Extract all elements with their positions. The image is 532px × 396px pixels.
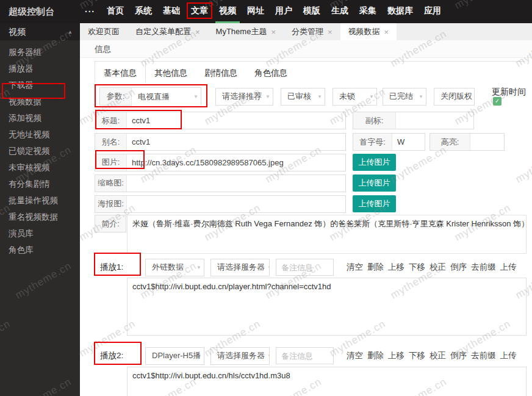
sidebar-item-actors[interactable]: 演员库 <box>0 225 80 242</box>
nav-item-home[interactable]: 首页 <box>103 0 128 23</box>
nav-item-generate[interactable]: 生成 <box>328 0 352 23</box>
nav-item-basic[interactable]: 基础 <box>159 0 184 23</box>
close-tab-icon[interactable]: × <box>271 28 276 36</box>
action-delete[interactable]: 删除 <box>367 350 384 361</box>
subtitle-field[interactable] <box>396 112 473 129</box>
sidebar-item-roles[interactable]: 角色库 <box>0 242 80 258</box>
upload-image-button[interactable]: 上传图片 <box>353 154 396 171</box>
poster-field[interactable] <box>127 196 345 212</box>
chevron-down-icon: ▼ <box>416 94 423 99</box>
sidebar-item-add-video[interactable]: 添加视频 <box>0 110 80 126</box>
category-select[interactable]: 电视直播 ▼ <box>132 88 201 106</box>
play1-server-select[interactable]: 请选择服务器 ▼ <box>210 259 270 276</box>
window-tab-category[interactable]: 分类管理 × <box>284 23 340 40</box>
close-tab-icon[interactable]: × <box>328 28 332 36</box>
close-tab-icon[interactable]: × <box>195 28 200 36</box>
form-content: 基本信息 其他信息 剧情信息 角色信息 参数: 电视直播 ▼ 请选择推荐 ▼ 已… <box>80 58 532 396</box>
close-tab-icon[interactable]: × <box>384 28 389 36</box>
nav-item-database[interactable]: 数据库 <box>384 0 417 23</box>
thumb-label: 缩略图: <box>95 175 127 192</box>
upload-thumb-button[interactable]: 上传图片 <box>353 175 396 192</box>
nav-item-user[interactable]: 用户 <box>271 0 296 23</box>
sidebar-item-player[interactable]: 播放器 <box>0 60 80 77</box>
chevron-down-icon: ▼ <box>201 353 204 359</box>
play2-textarea[interactable]: cctv1$http://ivi.bupt.edu.cn/hls/cctv1hd… <box>127 367 527 396</box>
sidebar-item-no-address[interactable]: 无地址视频 <box>0 126 80 143</box>
chevron-down-icon: ▼ <box>194 265 201 270</box>
play2-note-input[interactable] <box>276 347 334 364</box>
action-clear[interactable]: 清空 <box>347 350 363 361</box>
recommend-select[interactable]: 请选择推荐 ▼ <box>215 88 273 106</box>
lock-select[interactable]: 未锁 ▼ <box>332 88 377 106</box>
sidebar-item-batch[interactable]: 批量操作视频 <box>0 192 80 209</box>
tab-other-info[interactable]: 其他信息 <box>146 62 196 82</box>
action-delete[interactable]: 删除 <box>367 262 384 273</box>
upload-poster-button[interactable]: 上传图片 <box>353 195 396 212</box>
form-tabbar: 基本信息 其他信息 剧情信息 角色信息 <box>95 61 525 82</box>
sidebar-group-video[interactable]: 视频 ▲ <box>0 23 80 40</box>
window-tab-menu-config[interactable]: 自定义菜单配置 × <box>128 23 208 40</box>
play2-server-select[interactable]: 请选择服务器 ▼ <box>210 347 270 365</box>
sidebar-item-unaudited[interactable]: 未审核视频 <box>0 159 80 176</box>
action-move-up[interactable]: 上移 <box>388 262 404 273</box>
play1-source-select[interactable]: 外链数据 ▼ <box>145 259 204 276</box>
caret-up-icon: ▲ <box>68 24 73 41</box>
title-field-group: 标题: <box>95 112 346 129</box>
tab-basic-info[interactable]: 基本信息 <box>95 62 146 82</box>
nav-item-template[interactable]: 模版 <box>300 0 324 23</box>
window-tab-mytheme[interactable]: MyTheme主题 × <box>208 23 284 40</box>
image-field[interactable] <box>127 154 345 171</box>
action-reverse[interactable]: 倒序 <box>450 350 467 361</box>
nav-item-website[interactable]: 网址 <box>243 0 268 23</box>
sidebar-item-duplicate[interactable]: 重名视频数据 <box>0 209 80 225</box>
sidebar-item-locked[interactable]: 已锁定视频 <box>0 143 80 159</box>
params-label: 参数: <box>100 88 132 105</box>
action-clear[interactable]: 清空 <box>347 262 363 273</box>
play2-source-select[interactable]: DPlayer-H5播 ▼ <box>145 347 204 365</box>
copyright-select[interactable]: 关闭版权 ▼ <box>434 88 475 106</box>
action-remove-prefix[interactable]: 去前缀 <box>471 262 496 273</box>
initial-field[interactable] <box>392 134 425 150</box>
nav-item-app[interactable]: 应用 <box>420 0 445 23</box>
update-time-checkbox[interactable]: ✓ <box>493 97 501 106</box>
sidebar-item-server-group[interactable]: 服务器组 <box>0 44 80 60</box>
action-upload[interactable]: 上传 <box>500 262 517 273</box>
nav-item-system[interactable]: 系统 <box>131 0 156 23</box>
sidebar-item-downloader[interactable]: 下载器 <box>0 77 80 93</box>
play1-note-input[interactable] <box>276 259 334 276</box>
nav-item-collect[interactable]: 采集 <box>356 0 380 23</box>
play1-actions: 清空 删除 上移 下移 校正 倒序 去前缀 上传 <box>347 262 517 273</box>
nav-item-video[interactable]: 视频 <box>215 0 240 23</box>
play1-textarea[interactable]: cctv1$http://ivi.bupt.edu.cn/player.html… <box>127 278 527 336</box>
action-correct[interactable]: 校正 <box>430 262 446 273</box>
finish-select[interactable]: 已完结 ▼ <box>383 88 426 106</box>
action-move-down[interactable]: 下移 <box>409 262 425 273</box>
chevron-down-icon: ▼ <box>367 94 374 99</box>
params-row: 参数: 电视直播 ▼ 请选择推荐 ▼ 已审核 ▼ 未锁 ▼ 已完结 ▼ <box>95 87 532 106</box>
action-correct[interactable]: 校正 <box>430 350 446 361</box>
action-move-down[interactable]: 下移 <box>409 350 425 361</box>
highlight-field[interactable] <box>470 134 504 150</box>
window-tab-video-data[interactable]: 视频数据 × <box>340 23 397 40</box>
tab-plot-info[interactable]: 剧情信息 <box>196 62 246 82</box>
chevron-down-icon: ▼ <box>265 353 270 359</box>
intro-textarea[interactable]: 米娅（鲁斯·维嘉·费尔南德兹 Ruth Vega Fernandez 饰）的爸爸… <box>127 215 527 254</box>
sidebar-item-episodes[interactable]: 有分集剧情 <box>0 176 80 192</box>
title-field[interactable] <box>127 112 345 129</box>
alias-field[interactable] <box>127 134 345 150</box>
action-upload[interactable]: 上传 <box>500 350 517 361</box>
nav-more-icon[interactable]: ··· <box>80 7 101 16</box>
play2-label: 播放2: <box>95 350 145 361</box>
audit-select[interactable]: 已审核 ▼ <box>281 88 325 106</box>
nav-item-article[interactable]: 文章 <box>187 0 212 23</box>
intro-row: 简介: 米娅（鲁斯·维嘉·费尔南德兹 Ruth Vega Fernandez 饰… <box>95 215 532 254</box>
chevron-down-icon: ▼ <box>315 94 322 99</box>
action-move-up[interactable]: 上移 <box>388 350 404 361</box>
action-reverse[interactable]: 倒序 <box>450 262 467 273</box>
window-tab-welcome[interactable]: 欢迎页面 <box>80 23 128 40</box>
tab-role-info[interactable]: 角色信息 <box>246 62 296 82</box>
action-remove-prefix[interactable]: 去前缀 <box>471 350 496 361</box>
image-label: 图片: <box>95 154 127 171</box>
thumb-field[interactable] <box>127 175 345 192</box>
sidebar-item-video-data[interactable]: 视频数据 <box>0 93 80 110</box>
